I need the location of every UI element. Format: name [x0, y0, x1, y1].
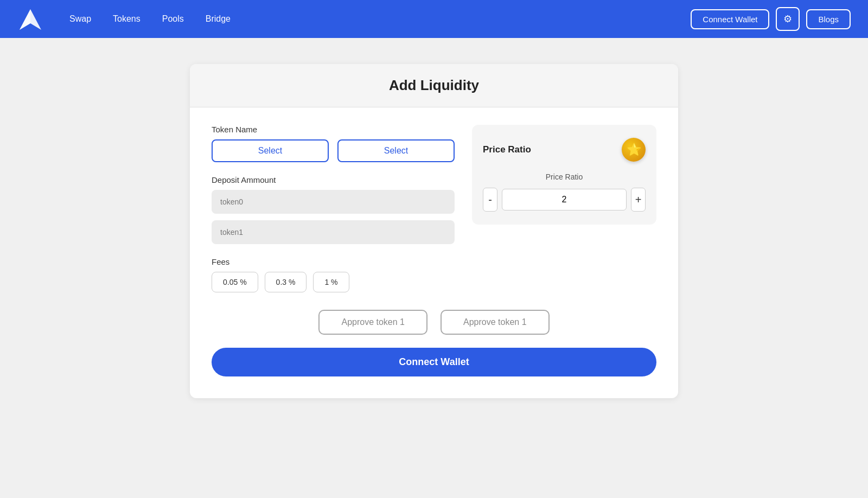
price-ratio-plus-button[interactable]: + — [631, 188, 646, 212]
deposit-label: Deposit Ammount — [212, 175, 455, 184]
token-selects: Select Select — [212, 139, 455, 162]
price-ratio-sublabel: Price Ratio — [483, 173, 646, 181]
fee-005-button[interactable]: 0.05 % — [212, 272, 258, 292]
card-header: Add Liquidity — [190, 64, 678, 107]
nav-right: Connect Wallet ⚙ Blogs — [691, 7, 851, 31]
price-ratio-minus-button[interactable]: - — [483, 188, 497, 212]
svg-marker-1 — [20, 9, 30, 30]
select-token-2-button[interactable]: Select — [337, 139, 455, 162]
nav-pools[interactable]: Pools — [162, 14, 184, 24]
nav-bridge[interactable]: Bridge — [206, 14, 231, 24]
approve-row: Approve token 1 Approve token 1 — [212, 310, 656, 335]
fee-1-button[interactable]: 1 % — [313, 272, 349, 292]
nav-links: Swap Tokens Pools Bridge — [69, 14, 673, 24]
navbar: Swap Tokens Pools Bridge Connect Wallet … — [0, 0, 868, 38]
fees-label: Fees — [212, 257, 455, 266]
blogs-button[interactable]: Blogs — [806, 9, 851, 29]
card-body: Token Name Select Select Deposit Ammount — [190, 107, 678, 398]
star-coin-icon: ⭐ — [622, 138, 646, 162]
fees-section: Fees 0.05 % 0.3 % 1 % — [212, 257, 455, 292]
token1-input[interactable] — [212, 220, 455, 244]
price-ratio-panel: Price Ratio ⭐ Price Ratio - + — [472, 125, 656, 225]
nav-tokens[interactable]: Tokens — [113, 14, 141, 24]
gear-icon: ⚙ — [783, 13, 792, 25]
token-name-label: Token Name — [212, 125, 455, 134]
price-ratio-control: - + — [483, 188, 646, 212]
token0-input[interactable] — [212, 190, 455, 214]
nav-swap[interactable]: Swap — [69, 14, 91, 24]
deposit-inputs — [212, 190, 455, 244]
fee-03-button[interactable]: 0.3 % — [265, 272, 307, 292]
token-name-section: Token Name Select Select — [212, 125, 455, 162]
add-liquidity-card: Add Liquidity Token Name Select Select — [190, 64, 678, 398]
two-column-layout: Token Name Select Select Deposit Ammount — [212, 125, 656, 292]
price-ratio-input[interactable] — [502, 189, 627, 210]
price-ratio-title: Price Ratio — [483, 144, 531, 155]
connect-wallet-button[interactable]: Connect Wallet — [691, 9, 769, 29]
logo — [17, 6, 43, 32]
approve-token-1-button[interactable]: Approve token 1 — [318, 310, 427, 335]
settings-button[interactable]: ⚙ — [776, 7, 800, 31]
main-content: Add Liquidity Token Name Select Select — [0, 38, 868, 424]
approve-token-2-button[interactable]: Approve token 1 — [441, 310, 550, 335]
deposit-section: Deposit Ammount — [212, 175, 455, 244]
left-column: Token Name Select Select Deposit Ammount — [212, 125, 455, 292]
fees-row: 0.05 % 0.3 % 1 % — [212, 272, 455, 292]
page-title: Add Liquidity — [207, 77, 661, 94]
select-token-1-button[interactable]: Select — [212, 139, 329, 162]
price-ratio-header: Price Ratio ⭐ — [483, 138, 646, 162]
connect-wallet-main-button[interactable]: Connect Wallet — [212, 348, 656, 376]
